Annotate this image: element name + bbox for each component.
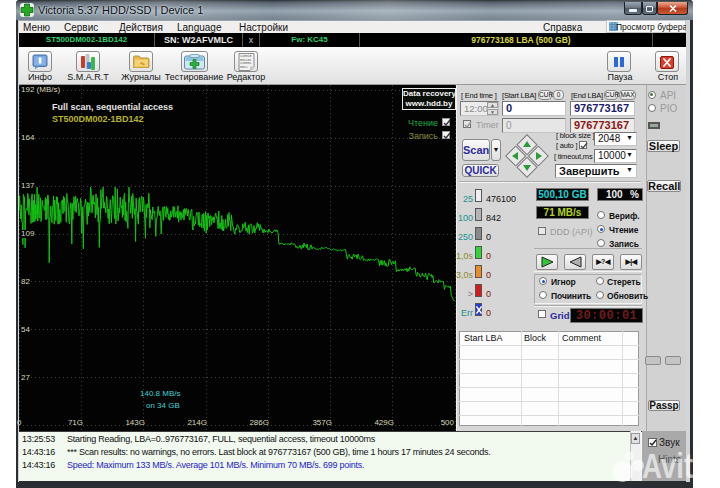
- svg-text:Avito: Avito: [642, 446, 710, 485]
